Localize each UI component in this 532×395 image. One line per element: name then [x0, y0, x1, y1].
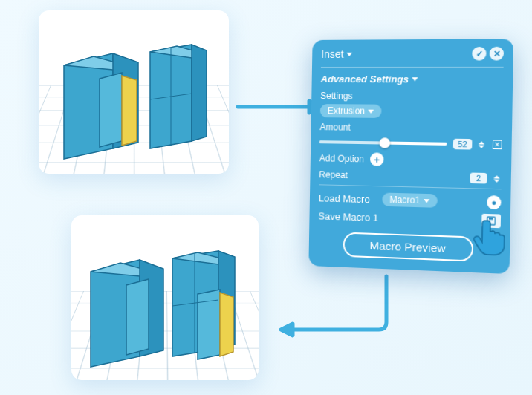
- save-macro-button[interactable]: [481, 214, 501, 228]
- macro-preview-button[interactable]: Macro Preview: [343, 232, 473, 262]
- settings-label: Settings: [320, 91, 503, 102]
- load-macro-button[interactable]: ●: [487, 195, 502, 209]
- amount-slider[interactable]: [319, 140, 447, 146]
- advanced-settings-header[interactable]: Advanced Settings: [320, 74, 503, 85]
- save-macro-label: Save Macro 1: [318, 210, 378, 223]
- repeat-stepper[interactable]: [493, 175, 502, 183]
- repeat-label: Repeat: [319, 169, 464, 183]
- slider-thumb[interactable]: [380, 137, 391, 148]
- add-option-button[interactable]: +: [370, 152, 384, 166]
- chevron-down-icon: [347, 52, 353, 56]
- svg-marker-18: [220, 293, 233, 356]
- model-svg: [71, 215, 259, 380]
- macro-preview-label: Macro Preview: [369, 239, 446, 255]
- step-up-icon[interactable]: [493, 175, 500, 178]
- chevron-down-icon: [412, 77, 418, 81]
- svg-marker-3: [100, 73, 122, 147]
- arrow-from-panel: [275, 273, 401, 347]
- divider: [319, 184, 502, 189]
- save-icon: [487, 216, 496, 226]
- macro-selected-text: Macro1: [389, 195, 420, 206]
- panel-title[interactable]: Inset: [321, 48, 353, 60]
- model-svg: [39, 10, 229, 174]
- svg-marker-23: [281, 324, 293, 336]
- step-up-icon[interactable]: [479, 141, 485, 144]
- chevron-down-icon: [368, 109, 374, 113]
- amount-label: Amount: [319, 122, 502, 134]
- close-button[interactable]: ✕: [490, 47, 505, 61]
- preview-before: [39, 10, 229, 174]
- macro-dropdown[interactable]: Macro1: [382, 192, 438, 207]
- step-down-icon[interactable]: [479, 145, 485, 148]
- load-macro-label: Load Macro: [319, 192, 370, 205]
- step-down-icon[interactable]: [493, 179, 500, 182]
- add-option-label: Add Option: [319, 153, 364, 164]
- svg-marker-13: [126, 279, 149, 355]
- confirm-button[interactable]: ✓: [472, 47, 486, 61]
- extrusion-text: Extrusion: [328, 105, 366, 117]
- chevron-down-icon: [424, 199, 429, 203]
- divider: [321, 67, 504, 68]
- amount-clear-button[interactable]: ✕: [493, 140, 502, 150]
- extrusion-dropdown[interactable]: Extrusion: [320, 104, 382, 118]
- repeat-value[interactable]: 2: [470, 173, 487, 184]
- svg-rect-25: [489, 218, 493, 220]
- amount-stepper[interactable]: [479, 141, 487, 148]
- panel-title-text: Inset: [321, 48, 344, 60]
- svg-marker-7: [192, 45, 207, 141]
- inset-panel: Inset ✓ ✕ Advanced Settings Settings Ext…: [308, 39, 513, 274]
- amount-value[interactable]: 52: [453, 139, 473, 150]
- svg-marker-4: [122, 76, 137, 146]
- preview-after: [71, 215, 259, 380]
- advanced-settings-label: Advanced Settings: [320, 74, 409, 85]
